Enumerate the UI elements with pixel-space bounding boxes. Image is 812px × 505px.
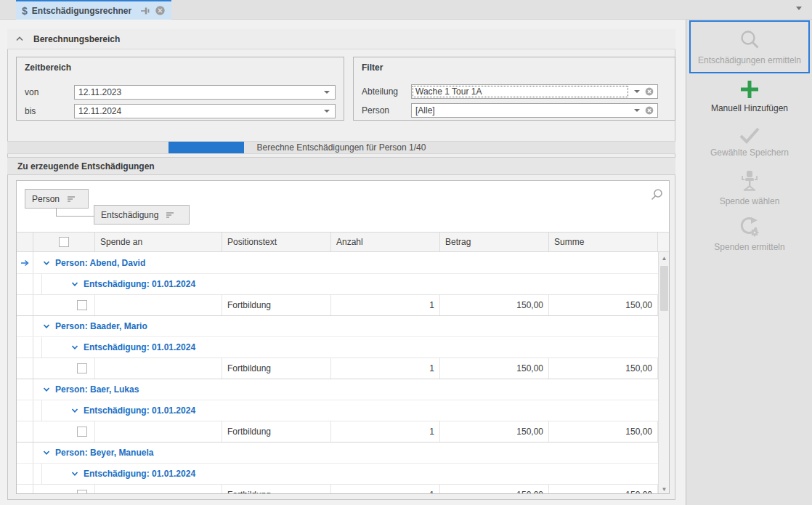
- cell-betrag: 150,00: [440, 295, 549, 315]
- button-label: Gewählte Speichern: [710, 148, 789, 158]
- data-row[interactable]: Fortbildung 1 150,00 150,00: [17, 484, 659, 494]
- data-row[interactable]: Fortbildung 1 150,00 150,00: [17, 357, 659, 379]
- clear-icon[interactable]: [645, 87, 654, 96]
- person-group-label: Person: Baer, Lukas: [55, 384, 139, 395]
- group-indent: [33, 400, 42, 421]
- manuell-hinzufuegen-button[interactable]: Manuell Hinzufügen: [689, 73, 810, 118]
- group-row-person[interactable]: Person: Abend, David: [17, 252, 659, 273]
- tab-entschaedigungsrechner[interactable]: $ Entschädigungsrechner: [16, 0, 171, 20]
- cell-positionstext: Fortbildung: [222, 358, 331, 379]
- data-row[interactable]: Fortbildung 1 150,00 150,00: [17, 294, 659, 315]
- select-all-checkbox[interactable]: [59, 237, 69, 247]
- spende-waehlen-button[interactable]: Spende wählen: [689, 164, 810, 211]
- cell-betrag: 150,00: [440, 358, 549, 379]
- chevron-down-icon[interactable]: [634, 90, 640, 93]
- chevron-down-icon[interactable]: [324, 110, 330, 113]
- chevron-down-icon[interactable]: [324, 91, 330, 94]
- scroll-down-icon[interactable]: ▼: [659, 483, 670, 494]
- row-checkbox[interactable]: [77, 427, 87, 437]
- close-icon[interactable]: [155, 5, 166, 16]
- clear-icon[interactable]: [645, 106, 654, 115]
- abteilung-value: Wache 1 Tour 1A: [412, 86, 631, 97]
- groupby-person-chip[interactable]: Person: [25, 189, 89, 209]
- column-header-spende-an[interactable]: Spende an: [95, 233, 222, 251]
- expand-chevron-icon[interactable]: [43, 387, 50, 392]
- button-label: Spende wählen: [720, 196, 780, 206]
- dollar-icon: $: [22, 5, 28, 17]
- groupby-entschaedigung-label: Entschädigung: [101, 210, 158, 220]
- group-row-person[interactable]: Person: Beyer, Manuela: [17, 442, 659, 463]
- column-header-summe[interactable]: Summe: [549, 233, 658, 251]
- entschaedigungen-grid: Person Entschädigung Spende an Positions…: [16, 180, 670, 494]
- collapse-chevron-icon[interactable]: [16, 36, 23, 41]
- entschaedigungen-ermitteln-button[interactable]: Entschädigungen ermitteln: [689, 20, 810, 73]
- grid-panel-title: Zu erzeugende Entschädigungen: [17, 161, 155, 171]
- abteilung-label: Abteilung: [362, 86, 398, 97]
- bis-label: bis: [25, 106, 36, 116]
- expand-chevron-icon[interactable]: [71, 408, 78, 413]
- von-date-field[interactable]: 12.11.2023: [74, 85, 336, 100]
- plus-icon: [739, 79, 760, 100]
- group-row-entschaedigung[interactable]: Entschädigung: 01.01.2024: [17, 336, 659, 357]
- chevron-down-icon[interactable]: [796, 7, 802, 10]
- entschaedigungsrechner-window: $ Entschädigungsrechner Berechnungsberei…: [0, 0, 812, 505]
- group-row-person[interactable]: Person: Baer, Lukas: [17, 379, 659, 400]
- pin-icon[interactable]: [140, 6, 150, 16]
- expand-chevron-icon[interactable]: [43, 260, 50, 266]
- groupby-entschaedigung-chip[interactable]: Entschädigung: [94, 205, 190, 225]
- person-value: [Alle]: [412, 105, 631, 116]
- data-row[interactable]: Fortbildung 1 150,00 150,00: [17, 421, 659, 442]
- expand-chevron-icon[interactable]: [71, 281, 78, 287]
- entschaedigung-group-label: Entschädigung: 01.01.2024: [84, 342, 195, 352]
- select-all-header[interactable]: [33, 233, 95, 251]
- cell-anzahl: 1: [331, 485, 440, 494]
- group-block: Person: Beyer, Manuela Entschädigung: 01…: [17, 442, 659, 494]
- group-row-entschaedigung[interactable]: Entschädigung: 01.01.2024: [17, 273, 659, 294]
- column-header-row: Spende an Positionstext Anzahl Betrag Su…: [17, 232, 669, 252]
- groupby-person-label: Person: [32, 194, 60, 204]
- tab-title: Entschädigungsrechner: [32, 6, 136, 16]
- bis-date-field[interactable]: 12.11.2024: [74, 104, 336, 118]
- person-group-label: Person: Baader, Mario: [55, 321, 147, 331]
- donation-chair-icon: [737, 169, 762, 193]
- cell-summe: 150,00: [549, 485, 658, 494]
- column-header-anzahl[interactable]: Anzahl: [331, 233, 440, 251]
- group-indent: [33, 274, 42, 294]
- group-row-person[interactable]: Person: Baader, Mario: [17, 315, 659, 336]
- focused-row-indicator: [17, 252, 33, 273]
- spenden-ermitteln-button[interactable]: Spenden ermitteln: [689, 211, 810, 257]
- groupby-connector: [56, 208, 94, 217]
- chevron-down-icon[interactable]: [634, 109, 640, 112]
- row-checkbox[interactable]: [77, 363, 87, 373]
- person-field[interactable]: [Alle]: [411, 103, 658, 118]
- expand-chevron-icon[interactable]: [43, 323, 50, 329]
- zu-erzeugende-header: Zu erzeugende Entschädigungen: [7, 157, 675, 175]
- panel-title: Berechnungsbereich: [33, 34, 120, 44]
- scroll-up-icon[interactable]: ▲: [659, 252, 670, 264]
- group-row-entschaedigung[interactable]: Entschädigung: 01.01.2024: [17, 400, 659, 421]
- zeitbereich-title: Zeitbereich: [17, 57, 344, 73]
- abteilung-field[interactable]: Wache 1 Tour 1A: [411, 84, 658, 99]
- cell-summe: 150,00: [549, 295, 658, 315]
- column-header-positionstext[interactable]: Positionstext: [222, 233, 331, 251]
- button-label: Manuell Hinzufügen: [711, 103, 788, 113]
- expand-chevron-icon[interactable]: [71, 471, 78, 477]
- expand-chevron-icon[interactable]: [71, 344, 78, 350]
- vertical-scrollbar[interactable]: ▲ ▼: [658, 252, 669, 494]
- scrollbar-thumb[interactable]: [660, 266, 668, 311]
- row-checkbox[interactable]: [77, 490, 87, 494]
- person-group-label: Person: Abend, David: [55, 258, 145, 268]
- group-block: Person: Baader, Mario Entschädigung: 01.…: [17, 315, 659, 379]
- row-checkbox[interactable]: [77, 300, 87, 310]
- entschaedigung-group-label: Entschädigung: 01.01.2024: [84, 405, 195, 416]
- cell-positionstext: Fortbildung: [222, 485, 331, 494]
- cell-anzahl: 1: [331, 421, 440, 442]
- group-row-entschaedigung[interactable]: Entschädigung: 01.01.2024: [17, 463, 659, 484]
- search-icon[interactable]: [650, 188, 663, 203]
- gewaehlte-speichern-button[interactable]: Gewählte Speichern: [689, 119, 810, 164]
- expand-chevron-icon[interactable]: [43, 450, 50, 456]
- person-label: Person: [362, 105, 389, 116]
- group-block: Person: Abend, David Entschädigung: 01.0…: [17, 252, 659, 315]
- berechnungsbereich-header: Berechnungsbereich: [7, 29, 675, 49]
- column-header-betrag[interactable]: Betrag: [440, 233, 549, 251]
